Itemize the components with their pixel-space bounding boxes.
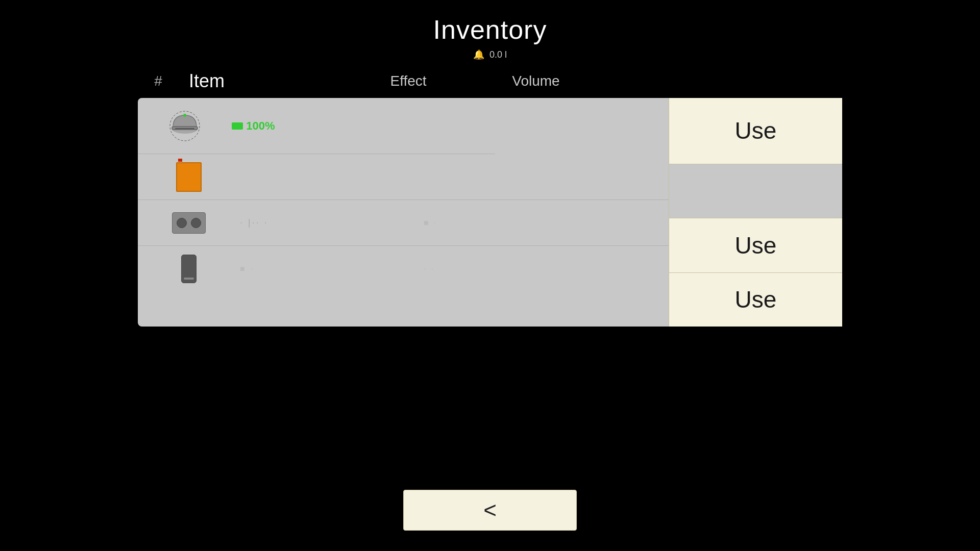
radio-dial-1 bbox=[177, 218, 187, 228]
effect-bar-green: 100% bbox=[232, 119, 275, 133]
item-effect-1: 100% bbox=[232, 119, 401, 133]
use-button-2-empty bbox=[669, 164, 842, 218]
header-sub: 🔔 0.0 l bbox=[473, 49, 507, 60]
item-icon-phone bbox=[138, 255, 240, 283]
item-effect-4: ■ · bbox=[240, 264, 424, 273]
table-row bbox=[138, 154, 669, 200]
phone-button bbox=[184, 278, 194, 280]
table-row: ■ · · · bbox=[138, 246, 669, 292]
use-buttons-column: Use Use Use bbox=[669, 98, 842, 327]
use-button-1-label: Use bbox=[735, 117, 777, 144]
volume-text-4: · · bbox=[424, 264, 435, 273]
item-icon-radio bbox=[138, 212, 240, 234]
box-body bbox=[176, 162, 202, 192]
box-top-strip bbox=[178, 159, 182, 162]
table-row: · |·· · ■ · bbox=[138, 200, 669, 246]
currency-value: 0.0 l bbox=[489, 49, 507, 60]
effect-text-4: ■ · bbox=[240, 264, 256, 273]
volume-text-3: ■ · bbox=[424, 218, 438, 228]
use-button-3-label: Use bbox=[735, 232, 777, 259]
item-rows: 100% bbox=[138, 98, 669, 327]
page-title: Inventory bbox=[433, 14, 547, 45]
col-num-header: # bbox=[138, 73, 179, 89]
svg-point-3 bbox=[183, 114, 186, 117]
radio-icon bbox=[172, 212, 206, 234]
effect-text-3: · |·· · bbox=[240, 217, 268, 228]
box-icon bbox=[176, 162, 202, 192]
back-button[interactable]: < bbox=[403, 490, 577, 531]
back-button-wrapper: < bbox=[403, 490, 577, 531]
inventory-layout: 100% bbox=[138, 98, 842, 327]
effect-percent: 100% bbox=[246, 119, 275, 133]
phone-icon bbox=[181, 255, 197, 283]
item-effect-3: · |·· · bbox=[240, 217, 424, 228]
column-headers: # Item Effect Volume bbox=[138, 70, 842, 98]
radio-body bbox=[172, 212, 206, 234]
use-button-4[interactable]: Use bbox=[669, 273, 842, 327]
col-effect-header: Effect bbox=[332, 73, 485, 89]
radio-dial-2 bbox=[191, 218, 201, 228]
col-item-header: Item bbox=[179, 70, 332, 92]
header: Inventory 🔔 0.0 l bbox=[0, 0, 980, 65]
table-row: 100% bbox=[138, 98, 495, 154]
item-volume-3: ■ · bbox=[424, 218, 526, 228]
green-bar-icon bbox=[232, 122, 243, 130]
use-button-4-label: Use bbox=[735, 286, 777, 313]
use-button-3[interactable]: Use bbox=[669, 218, 842, 272]
item-volume-4: · · bbox=[424, 264, 526, 273]
back-button-label: < bbox=[483, 497, 497, 523]
use-button-1[interactable]: Use bbox=[669, 98, 842, 164]
page-wrapper: Inventory 🔔 0.0 l # Item Effect Volume bbox=[0, 0, 980, 551]
item-icon-box bbox=[138, 162, 240, 192]
bell-icon: 🔔 bbox=[473, 49, 484, 60]
col-volume-header: Volume bbox=[485, 73, 587, 89]
svg-rect-2 bbox=[175, 128, 194, 129]
inventory-panel: 100% bbox=[138, 98, 842, 327]
item-icon-helmet bbox=[138, 109, 232, 143]
